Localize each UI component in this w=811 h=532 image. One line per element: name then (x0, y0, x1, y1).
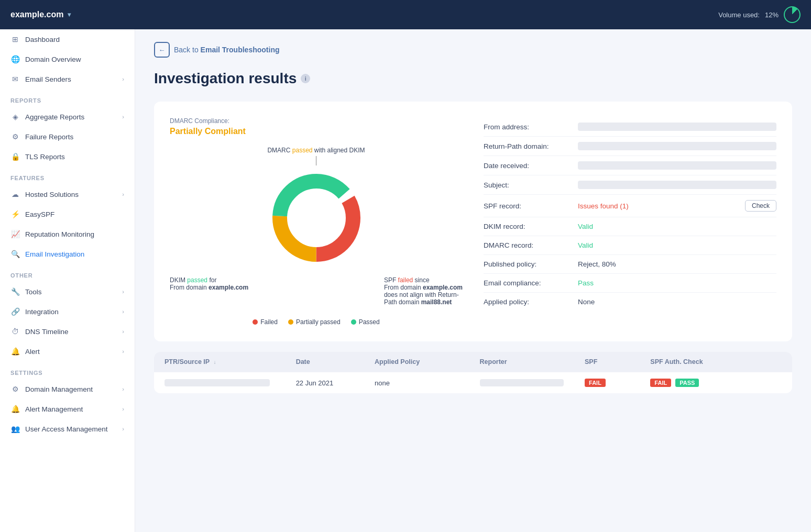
dmarc-annotation-top: DMARC passed with aligned DKIM (267, 147, 365, 154)
sidebar-label-email-senders: Email Senders (25, 75, 71, 83)
subject-label: Subject: (484, 181, 578, 189)
spf-path-domain: mail88.net (421, 298, 452, 306)
sidebar-label-domain-management: Domain Management (25, 385, 93, 393)
email-icon: ✉ (10, 74, 20, 84)
table-row: 22 Jun 2021 none FAIL FAIL PASS (154, 372, 792, 393)
chevron-right-icon: › (122, 406, 124, 412)
back-link[interactable]: ← Back to Email Troubleshooting (154, 42, 792, 58)
sidebar-item-email-senders[interactable]: ✉ Email Senders › (0, 69, 135, 89)
sidebar-label-alert: Alert (25, 348, 40, 356)
legend-failed-label: Failed (260, 318, 278, 326)
volume-indicator: Volume used: 12% (718, 6, 801, 23)
diagram-section: DMARC Compliance: Partially Compliant DM… (170, 117, 463, 326)
table-header-row: PTR/Source IP ↓ Date Applied Policy Repo… (154, 352, 792, 372)
legend-passed-label: Passed (359, 318, 380, 326)
integration-icon: 🔗 (10, 307, 20, 316)
detail-email-compliance: Email compliance: Pass (484, 274, 776, 293)
sidebar-label-dashboard: Dashboard (25, 36, 60, 43)
info-icon[interactable]: i (301, 74, 310, 83)
donut-diagram: DMARC passed with aligned DKIM (170, 147, 463, 326)
alert-mgmt-icon: 🔔 (10, 404, 20, 414)
cell-spf-auth-check: FAIL PASS (650, 379, 782, 387)
detail-dkim-record: DKIM record: Valid (484, 217, 776, 236)
sidebar-item-email-investigation[interactable]: 🔍 Email Investigation (0, 244, 135, 264)
sort-icon[interactable]: ↓ (213, 359, 216, 365)
cell-spf: FAIL (585, 379, 650, 387)
sidebar-item-dns-timeline[interactable]: ⏱ DNS Timeline › (0, 322, 135, 341)
sidebar: ⊞ Dashboard 🌐 Domain Overview ✉ Email Se… (0, 29, 135, 532)
sidebar-label-hosted-solutions: Hosted Solutions (25, 191, 79, 198)
aggregate-icon: ◈ (10, 112, 20, 121)
sidebar-item-tls-reports[interactable]: 🔒 TLS Reports (0, 147, 135, 167)
sidebar-item-failure-reports[interactable]: ⚙ Failure Reports (0, 127, 135, 147)
col-spf: SPF (585, 358, 650, 365)
brand-name: example.com (10, 10, 63, 19)
dmarc-compliance-label: DMARC Compliance: (170, 117, 463, 125)
detail-date-received: Date received: (484, 156, 776, 175)
results-card: DMARC Compliance: Partially Compliant DM… (154, 102, 792, 341)
failure-icon: ⚙ (10, 132, 20, 141)
detail-applied-policy: Applied policy: None (484, 293, 776, 311)
subject-value (578, 181, 776, 189)
chevron-right-icon: › (122, 289, 124, 295)
sidebar-item-easyspf[interactable]: ⚡ EasySPF (0, 204, 135, 224)
alert-icon: 🔔 (10, 347, 20, 356)
page-title: Investigation results i (154, 70, 792, 87)
cell-date: 22 Jun 2021 (296, 379, 375, 387)
dmarc-passed-text: passed (292, 147, 313, 154)
sidebar-item-user-access-management[interactable]: 👥 User Access Management › (0, 419, 135, 439)
legend-failed: Failed (253, 318, 278, 326)
col-spf-auth-check: SPF Auth. Check (650, 358, 782, 365)
dkim-passed-text: passed (187, 276, 207, 284)
sidebar-item-domain-management[interactable]: ⚙ Domain Management › (0, 379, 135, 399)
sidebar-label-user-access-management: User Access Management (25, 425, 108, 433)
sidebar-label-alert-management: Alert Management (25, 405, 83, 413)
chevron-right-icon: › (122, 348, 124, 354)
sidebar-item-hosted-solutions[interactable]: ☁ Hosted Solutions › (0, 184, 135, 204)
sidebar-item-tools[interactable]: 🔧 Tools › (0, 282, 135, 302)
spf-check-button[interactable]: Check (745, 200, 776, 212)
svg-point-3 (288, 189, 345, 247)
domain-mgmt-icon: ⚙ (10, 384, 20, 394)
detail-published-policy: Published policy: Reject, 80% (484, 255, 776, 274)
sidebar-item-aggregate-reports[interactable]: ◈ Aggregate Reports › (0, 107, 135, 127)
sidebar-label-failure-reports: Failure Reports (25, 133, 73, 141)
user-access-icon: 👥 (10, 424, 20, 434)
detail-dmarc-record: DMARC record: Valid (484, 236, 776, 255)
sidebar-item-reputation-monitoring[interactable]: 📈 Reputation Monitoring (0, 224, 135, 244)
cell-ptr-source (165, 379, 296, 386)
sidebar-item-alert-management[interactable]: 🔔 Alert Management › (0, 399, 135, 419)
sidebar-label-tls-reports: TLS Reports (25, 153, 65, 161)
legend-passed: Passed (351, 318, 380, 326)
dkim-record-value: Valid (578, 223, 776, 230)
sidebar-item-alert[interactable]: 🔔 Alert › (0, 341, 135, 361)
email-compliance-value: Pass (578, 279, 776, 287)
sidebar-item-integration[interactable]: 🔗 Integration › (0, 302, 135, 322)
return-path-value (578, 142, 776, 150)
detail-spf-record: SPF record: Issues found (1) Check (484, 195, 776, 217)
top-nav: example.com ▾ Volume used: 12% (0, 0, 811, 29)
results-table: PTR/Source IP ↓ Date Applied Policy Repo… (154, 352, 792, 393)
failed-dot (253, 319, 258, 325)
partially-passed-dot (288, 319, 293, 325)
volume-value: 12% (765, 11, 779, 19)
col-ptr-source: PTR/Source IP ↓ (165, 358, 296, 365)
date-received-label: Date received: (484, 162, 578, 170)
sidebar-label-tools: Tools (25, 288, 42, 296)
back-arrow-icon[interactable]: ← (154, 42, 170, 58)
dmarc-record-label: DMARC record: (484, 241, 578, 249)
donut-svg (264, 165, 369, 270)
spf-annotation: SPF failed since From domain example.com… (384, 276, 463, 306)
sidebar-item-domain-overview[interactable]: 🌐 Domain Overview (0, 49, 135, 69)
from-address-value (578, 123, 776, 131)
top-arrow-line (316, 156, 316, 165)
brand[interactable]: example.com ▾ (10, 10, 71, 19)
features-section-label: FEATURES (0, 167, 135, 184)
brand-chevron: ▾ (68, 11, 71, 18)
sidebar-item-dashboard[interactable]: ⊞ Dashboard (0, 29, 135, 49)
spf-auth-fail-badge: FAIL (650, 379, 671, 387)
spf-fail-badge: FAIL (585, 379, 606, 387)
back-destination: Email Troubleshooting (201, 46, 280, 54)
dmarc-record-value: Valid (578, 241, 776, 249)
sidebar-label-domain-overview: Domain Overview (25, 56, 81, 63)
